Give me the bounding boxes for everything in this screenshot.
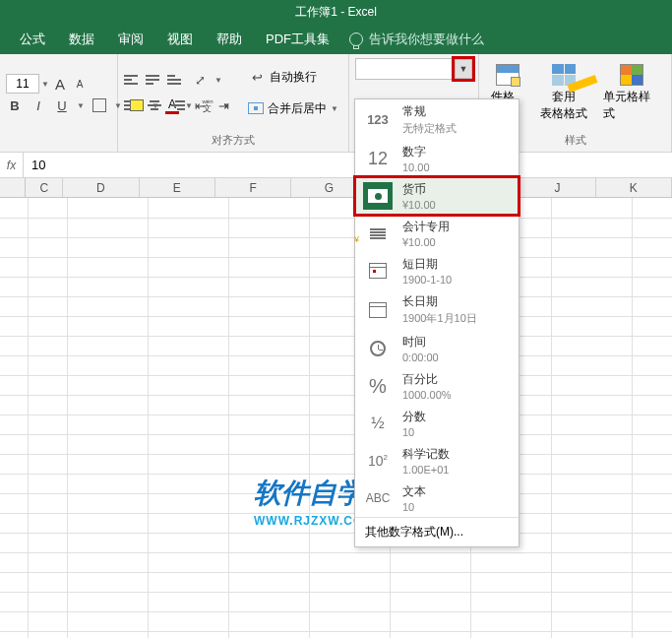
increase-indent-icon[interactable]: ⇥ xyxy=(214,96,232,114)
frac-icon: ½ xyxy=(363,410,393,437)
col-header[interactable]: D xyxy=(63,178,139,197)
format-option-gen[interactable]: 123常规无特定格式 xyxy=(355,99,519,140)
bold-button[interactable]: B xyxy=(6,96,24,114)
col-header[interactable]: K xyxy=(596,178,672,197)
formula-input[interactable]: 10 xyxy=(24,158,672,172)
format-option-pct[interactable]: %百分比1000.00% xyxy=(355,367,519,405)
col-header[interactable]: J xyxy=(519,178,595,197)
col-header[interactable]: F xyxy=(215,178,291,197)
dropdown-icon[interactable]: ▼ xyxy=(41,80,49,89)
wrap-text-button[interactable]: ↩ 自动换行 xyxy=(244,67,342,89)
dropdown-icon: ▼ xyxy=(331,104,338,113)
ribbon-tabs: 公式 数据 审阅 视图 帮助 PDF工具集 告诉我你想要做什么 xyxy=(0,25,672,54)
tab-view[interactable]: 视图 xyxy=(155,25,205,54)
format-option-sdate[interactable]: 短日期1900-1-10 xyxy=(355,252,519,289)
dropdown-icon[interactable]: ▼ xyxy=(214,76,222,85)
num-icon: 12 xyxy=(363,145,393,172)
number-format-dropdown-menu: 123常规无特定格式12数字10.00货币¥10.00会计专用¥10.00短日期… xyxy=(354,98,519,547)
acc-icon xyxy=(363,220,393,247)
more-number-formats[interactable]: 其他数字格式(M)... xyxy=(355,517,519,546)
cell-styles-button[interactable]: 单元格样式 xyxy=(597,62,665,124)
format-option-sci[interactable]: 102科学记数1.00E+01 xyxy=(355,442,519,479)
sdate-icon xyxy=(363,257,393,285)
merge-icon xyxy=(248,102,264,114)
cell-styles-icon xyxy=(620,64,643,86)
border-icon[interactable] xyxy=(91,96,108,114)
tab-pdf[interactable]: PDF工具集 xyxy=(254,25,341,54)
title-bar: 工作簿1 - Excel xyxy=(0,0,672,25)
select-all[interactable] xyxy=(0,178,26,197)
dropdown-icon[interactable]: ▼ xyxy=(77,101,85,110)
underline-button[interactable]: U xyxy=(53,96,71,114)
formula-bar: fx 10 xyxy=(0,153,672,178)
format-option-ldate[interactable]: 长日期1900年1月10日 xyxy=(355,289,519,330)
cur-icon xyxy=(363,182,393,210)
pct-icon: % xyxy=(363,372,393,400)
column-headers: C D E F G H I J K xyxy=(0,178,672,198)
spreadsheet-grid[interactable] xyxy=(0,198,672,638)
number-format-dropdown[interactable]: ▼ xyxy=(455,59,472,79)
group-label-font xyxy=(0,134,117,152)
gen-icon: 123 xyxy=(363,106,393,134)
number-format-display xyxy=(356,59,455,79)
tab-help[interactable]: 帮助 xyxy=(205,25,254,54)
number-format-selector[interactable]: ▼ xyxy=(355,58,473,80)
window-title: 工作簿1 - Excel xyxy=(295,4,377,21)
col-header[interactable]: C xyxy=(26,178,63,197)
tab-data[interactable]: 数据 xyxy=(57,25,106,54)
vertical-align-icons[interactable] xyxy=(124,73,185,87)
table-format-icon xyxy=(552,64,576,86)
ribbon: 11▼ A A B I U▼ ▼ ▼ A▼ wén文▼ xyxy=(0,54,672,153)
sci-icon: 102 xyxy=(363,447,393,475)
decrease-indent-icon[interactable]: ⇤ xyxy=(191,96,209,114)
orientation-icon[interactable]: ⤢ xyxy=(191,71,209,89)
ldate-icon xyxy=(363,296,393,324)
font-size-input[interactable]: 11 xyxy=(6,74,39,94)
tell-me[interactable]: 告诉我你想要做什么 xyxy=(349,31,484,48)
fx-icon[interactable]: fx xyxy=(0,153,24,178)
format-option-acc[interactable]: 会计专用¥10.00 xyxy=(355,215,519,252)
shrink-font-icon[interactable]: A xyxy=(71,75,89,93)
col-header[interactable]: E xyxy=(140,178,215,197)
group-label-alignment: 对齐方式 xyxy=(118,131,348,152)
format-table-button[interactable]: 套用 表格格式 xyxy=(534,62,593,124)
tab-review[interactable]: 审阅 xyxy=(106,25,155,54)
conditional-format-icon xyxy=(496,64,519,86)
format-option-cur[interactable]: 货币¥10.00 xyxy=(355,177,519,215)
merge-center-button[interactable]: 合并后居中 ▼ xyxy=(244,98,342,119)
time-icon xyxy=(363,335,393,362)
bulb-icon xyxy=(349,32,363,46)
wrap-icon: ↩ xyxy=(248,69,266,87)
format-option-time[interactable]: 时间0:00:00 xyxy=(355,330,519,367)
italic-button[interactable]: I xyxy=(30,96,47,114)
tab-formulas[interactable]: 公式 xyxy=(8,25,57,54)
format-option-num[interactable]: 12数字10.00 xyxy=(355,140,519,177)
format-option-txt[interactable]: ABC文本10 xyxy=(355,479,519,517)
grow-font-icon[interactable]: A xyxy=(51,75,69,93)
txt-icon: ABC xyxy=(363,484,393,512)
tell-me-text: 告诉我你想要做什么 xyxy=(369,31,484,48)
format-option-frac[interactable]: ½分数10 xyxy=(355,405,519,442)
